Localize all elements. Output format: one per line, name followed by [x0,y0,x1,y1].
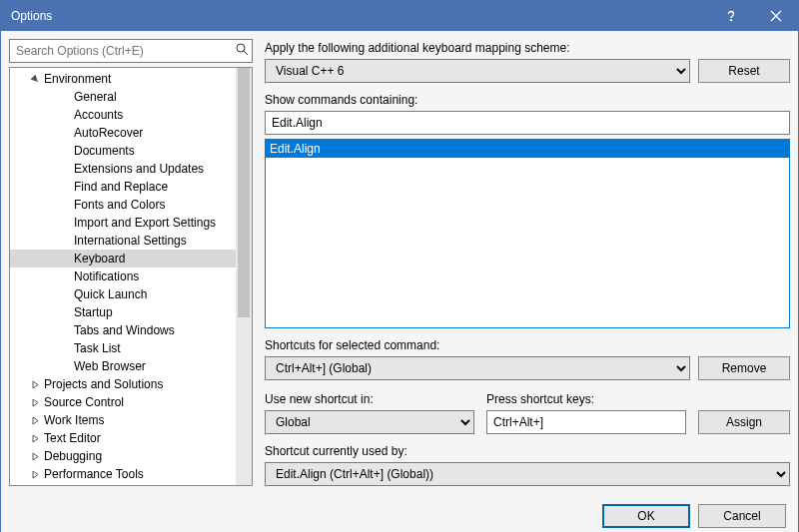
tree-arrow-icon [28,470,42,479]
tree-node-general[interactable]: General [10,88,236,106]
cancel-button[interactable]: Cancel [698,504,786,528]
settings-pane: Apply the following additional keyboard … [265,39,790,486]
tree-arrow-icon [28,380,42,389]
tree-label: General [72,90,117,104]
tree-node-find-and-replace[interactable]: Find and Replace [10,178,236,196]
nav-panel: Environment General Accounts AutoRecover… [9,39,253,486]
close-icon [770,10,782,22]
svg-point-0 [730,20,732,22]
nav-tree[interactable]: Environment General Accounts AutoRecover… [10,68,236,485]
tree-node-work-items[interactable]: Work Items [10,411,236,429]
nav-tree-container: Environment General Accounts AutoRecover… [9,67,253,486]
tree-node-startup[interactable]: Startup [10,303,236,321]
search-icon [235,42,249,59]
tree-arrow-icon [28,452,42,461]
dialog-title: Options [11,9,708,23]
use-in-label: Use new shortcut in: [265,392,474,406]
tree-arrow-icon [28,416,42,425]
show-commands-label: Show commands containing: [265,93,790,107]
used-by-select[interactable]: Edit.Align (Ctrl+Alt+] (Global)) [265,462,790,486]
mapping-scheme-select[interactable]: Visual C++ 6 [265,59,690,83]
list-item[interactable]: Edit.Align [266,140,789,158]
tree-label: Fonts and Colors [72,198,165,212]
tree-node-extensions-and-updates[interactable]: Extensions and Updates [10,160,236,178]
tree-node-tabs-and-windows[interactable]: Tabs and Windows [10,321,236,339]
tree-label: Startup [72,305,113,319]
tree-node-international-settings[interactable]: International Settings [10,232,236,250]
tree-node-accounts[interactable]: Accounts [10,106,236,124]
used-by-label: Shortcut currently used by: [265,444,790,458]
tree-label: Notifications [72,269,139,283]
dialog-footer: OK Cancel [1,494,798,532]
tree-arrow-icon [28,434,42,443]
mapping-scheme-label: Apply the following additional keyboard … [265,41,790,55]
tree-label: Projects and Solutions [42,377,163,391]
tree-node-environment[interactable]: Environment [10,70,236,88]
tree-label: International Settings [72,234,187,248]
tree-node-task-list[interactable]: Task List [10,339,236,357]
tree-node-quick-launch[interactable]: Quick Launch [10,285,236,303]
tree-node-web-browser[interactable]: Web Browser [10,357,236,375]
tree-label: Work Items [42,413,104,427]
tree-label: Documents [72,144,135,158]
options-dialog: Options Environment General Accounts Aut… [0,0,799,532]
tree-label: Debugging [42,449,102,463]
tree-label: Accounts [72,108,123,122]
tree-label: Task List [72,341,121,355]
tree-label: Text Editor [42,431,101,445]
tree-label: Performance Tools [42,467,144,481]
search-input[interactable] [9,39,253,63]
press-keys-input[interactable] [486,410,686,434]
tree-node-performance-tools[interactable]: Performance Tools [10,465,236,483]
tree-node-documents[interactable]: Documents [10,142,236,160]
reset-button[interactable]: Reset [698,59,790,83]
tree-node-fonts-and-colors[interactable]: Fonts and Colors [10,196,236,214]
tree-label: Tabs and Windows [72,323,175,337]
help-icon [724,9,738,23]
tree-node-projects-and-solutions[interactable]: Projects and Solutions [10,375,236,393]
tree-node-text-editor[interactable]: Text Editor [10,429,236,447]
assign-button[interactable]: Assign [698,410,790,434]
tree-label: Find and Replace [72,180,168,194]
scrollbar-thumb[interactable] [238,68,250,317]
svg-point-1 [237,44,245,52]
shortcuts-select[interactable]: Ctrl+Alt+] (Global) [265,356,690,380]
ok-button[interactable]: OK [602,504,690,528]
tree-label: Quick Launch [72,287,147,301]
tree-arrow-icon [28,75,42,84]
tree-node-source-control[interactable]: Source Control [10,393,236,411]
help-button[interactable] [708,1,753,31]
tree-label: AutoRecover [72,126,143,140]
title-bar: Options [1,1,798,31]
tree-label: Extensions and Updates [72,162,204,176]
tree-label: Source Control [42,395,124,409]
tree-node-autorecover[interactable]: AutoRecover [10,124,236,142]
tree-arrow-icon [28,398,42,407]
tree-label: Web Browser [72,359,146,373]
remove-button[interactable]: Remove [698,356,790,380]
tree-node-debugging[interactable]: Debugging [10,447,236,465]
search-wrap [9,39,253,61]
tree-node-notifications[interactable]: Notifications [10,267,236,285]
show-commands-input[interactable] [265,111,790,135]
close-button[interactable] [753,1,798,31]
tree-node-keyboard[interactable]: Keyboard [10,250,236,267]
tree-node-import-and-export-settings[interactable]: Import and Export Settings [10,214,236,232]
press-keys-label: Press shortcut keys: [486,392,686,406]
tree-label: Environment [42,72,111,86]
tree-scrollbar[interactable] [236,68,252,485]
use-in-select[interactable]: Global [265,410,474,434]
main-area: Environment General Accounts AutoRecover… [1,31,798,494]
commands-listbox[interactable]: Edit.Align [265,139,790,328]
tree-label: Keyboard [72,252,125,266]
tree-label: Import and Export Settings [72,216,216,230]
shortcuts-label: Shortcuts for selected command: [265,338,790,352]
dialog-body: Environment General Accounts AutoRecover… [1,31,798,532]
